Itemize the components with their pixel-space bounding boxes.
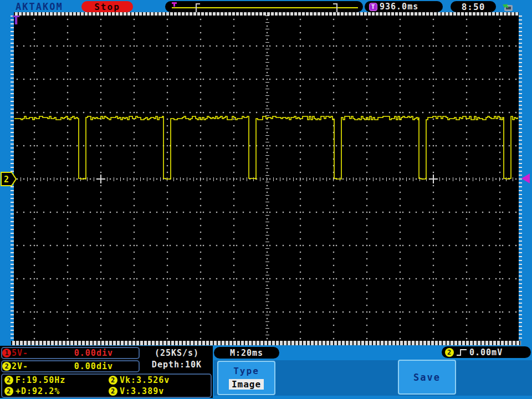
oscilloscope-screen: AKTAKOM Stop T 936.0ms 8:50 T 2 bbox=[0, 0, 532, 399]
measurement-value: F:19.50Hz bbox=[16, 375, 65, 385]
horizontal-position-bar bbox=[165, 1, 363, 12]
ch2-readout: 2 2V- 0.00div bbox=[1, 360, 140, 372]
trigger-level-value: 0.00mV bbox=[469, 347, 503, 357]
brand-logo: AKTAKOM bbox=[16, 1, 63, 12]
trigger-t-icon: T bbox=[369, 3, 377, 11]
type-menu-label: Type bbox=[233, 366, 259, 376]
sample-rate: (25KS/s) bbox=[155, 347, 199, 359]
ch2-marker-label: 2 bbox=[4, 175, 9, 185]
ch2-badge-icon: 2 bbox=[445, 348, 454, 357]
measurement-value: +D:92.2% bbox=[16, 386, 60, 396]
rising-edge-icon bbox=[456, 348, 467, 356]
type-menu-button[interactable]: Type Image bbox=[217, 361, 275, 395]
measurement-value: Vk:3.526v bbox=[120, 375, 170, 385]
ch2-badge-icon: 2 bbox=[109, 387, 117, 396]
waveform-display: T bbox=[14, 16, 519, 341]
type-selected-option[interactable]: Image bbox=[229, 379, 264, 390]
ch2-waveform-trace bbox=[14, 16, 519, 341]
memory-depth: Depth:10K bbox=[152, 359, 202, 371]
ch1-offset: 0.00div bbox=[74, 348, 113, 358]
measurement-value: V:3.389v bbox=[120, 386, 164, 396]
ch2-badge-icon: 2 bbox=[4, 376, 13, 385]
trigger-time-readout: T 936.0ms bbox=[365, 1, 443, 12]
acquisition-status-badge: Stop bbox=[81, 1, 133, 12]
measurement-vk: 2 Vk:3.526v bbox=[106, 375, 211, 386]
trigger-position-marker-icon bbox=[172, 2, 177, 4]
ch2-badge-icon: 2 bbox=[109, 376, 117, 385]
usb-disk-icon bbox=[500, 1, 515, 12]
measurements-panel: 2 F:19.50Hz 2 Vk:3.526v 2 +D:92.2% 2 V:3… bbox=[1, 374, 212, 398]
ch2-badge-icon: 2 bbox=[4, 387, 13, 396]
timebase-readout: M:20ms bbox=[214, 347, 279, 359]
bottom-graticule-ruler bbox=[11, 341, 521, 345]
measurement-vavg: 2 V:3.389v bbox=[106, 386, 211, 397]
ch2-badge-icon: 2 bbox=[2, 362, 11, 371]
ch2-scale: 2V- bbox=[12, 361, 28, 371]
trigger-level-readout: 2 0.00mV bbox=[442, 346, 531, 358]
sampling-readout: (25KS/s) Depth:10K bbox=[143, 346, 211, 372]
measurement-duty: 2 +D:92.2% bbox=[2, 386, 106, 397]
ch2-ground-marker: 2 bbox=[1, 171, 17, 187]
ch1-badge-icon: 1 bbox=[2, 349, 11, 357]
measurement-frequency: 2 F:19.50Hz bbox=[2, 375, 106, 386]
ch2-offset: 0.00div bbox=[74, 361, 113, 371]
trigger-time-value: 936.0ms bbox=[380, 2, 418, 12]
ch1-scale: 5V- bbox=[12, 348, 28, 358]
save-button[interactable]: Save bbox=[398, 360, 456, 395]
clock-readout: 8:50 bbox=[451, 1, 496, 12]
ch1-readout: 1 5V- 0.00div bbox=[1, 347, 140, 359]
trigger-level-arrow-icon bbox=[521, 173, 530, 183]
